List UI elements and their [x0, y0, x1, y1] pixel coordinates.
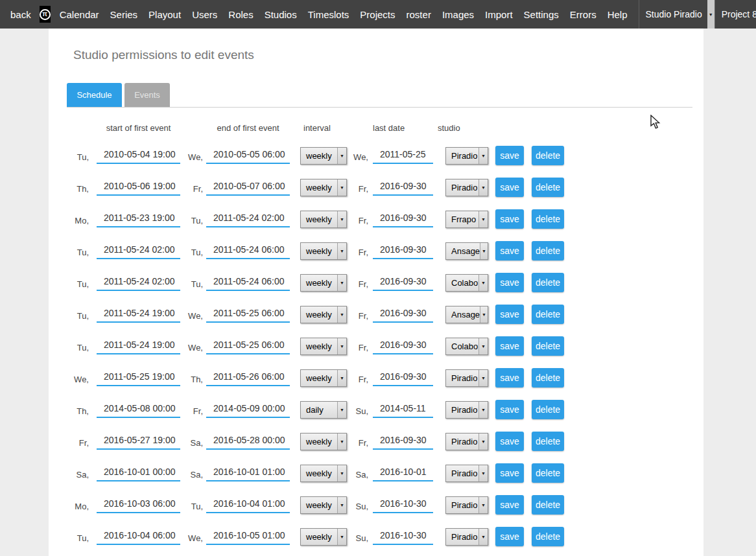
end-datetime-input[interactable]	[206, 147, 290, 164]
save-button[interactable]: save	[495, 209, 524, 229]
interval-select[interactable]: weekly ▼	[300, 242, 347, 260]
delete-button[interactable]: delete	[532, 305, 564, 324]
end-datetime-input[interactable]	[206, 433, 290, 450]
nav-item-images[interactable]: Images	[442, 9, 474, 20]
nav-item-roles[interactable]: Roles	[228, 9, 253, 20]
interval-select[interactable]: weekly ▼	[300, 274, 347, 292]
start-datetime-input[interactable]	[97, 306, 180, 323]
save-button[interactable]: save	[495, 146, 524, 165]
nav-item-help[interactable]: Help	[608, 9, 628, 20]
nav-back-link[interactable]: back	[10, 9, 31, 20]
end-datetime-input[interactable]	[206, 465, 290, 481]
last-date-input[interactable]	[373, 338, 433, 354]
start-datetime-input[interactable]	[97, 338, 180, 354]
save-button[interactable]: save	[495, 495, 524, 515]
delete-button[interactable]: delete	[532, 209, 564, 229]
nav-item-users[interactable]: Users	[192, 9, 217, 20]
studio-select[interactable]: Frrapo ▼	[445, 211, 488, 228]
nav-item-playout[interactable]: Playout	[148, 9, 181, 20]
last-date-input[interactable]	[373, 242, 433, 259]
delete-button[interactable]: delete	[532, 495, 564, 515]
studio-select[interactable]: Piradio ▼	[445, 401, 488, 419]
studio-select[interactable]: Piradio ▼	[445, 179, 488, 196]
end-datetime-input[interactable]	[206, 211, 290, 227]
save-button[interactable]: save	[495, 178, 524, 197]
end-datetime-input[interactable]	[206, 338, 290, 354]
tab-events[interactable]: Events	[124, 83, 170, 107]
start-datetime-input[interactable]	[97, 147, 180, 164]
delete-button[interactable]: delete	[532, 527, 564, 546]
last-date-input[interactable]	[373, 147, 433, 164]
start-datetime-input[interactable]	[97, 369, 180, 386]
studio-select[interactable]: Ansage ▼	[445, 242, 488, 260]
interval-select[interactable]: weekly ▼	[300, 306, 347, 323]
interval-select[interactable]: weekly ▼	[300, 528, 347, 546]
last-date-input[interactable]	[373, 211, 433, 227]
nav-item-errors[interactable]: Errors	[570, 9, 597, 20]
project-switcher-select[interactable]: Project 88vier ▼	[715, 0, 756, 29]
save-button[interactable]: save	[495, 241, 524, 261]
start-datetime-input[interactable]	[97, 242, 180, 259]
interval-select[interactable]: weekly ▼	[300, 211, 347, 228]
start-datetime-input[interactable]	[97, 496, 180, 513]
delete-button[interactable]: delete	[532, 336, 564, 356]
save-button[interactable]: save	[495, 368, 524, 388]
save-button[interactable]: save	[495, 463, 524, 483]
start-datetime-input[interactable]	[97, 433, 180, 450]
studio-select[interactable]: Piradio ▼	[445, 369, 488, 387]
nav-item-settings[interactable]: Settings	[524, 9, 559, 20]
end-datetime-input[interactable]	[206, 496, 290, 513]
studio-select[interactable]: Ansage ▼	[445, 306, 488, 323]
end-datetime-input[interactable]	[206, 369, 290, 386]
interval-select[interactable]: weekly ▼	[300, 369, 347, 387]
delete-button[interactable]: delete	[532, 400, 564, 419]
last-date-input[interactable]	[373, 306, 433, 323]
studio-switcher-arrow[interactable]: ▼	[707, 0, 715, 29]
studio-select[interactable]: Colabo ▼	[445, 338, 488, 355]
save-button[interactable]: save	[495, 432, 524, 451]
end-datetime-input[interactable]	[206, 401, 290, 418]
save-button[interactable]: save	[495, 400, 524, 419]
nav-item-studios[interactable]: Studios	[265, 9, 297, 20]
interval-select[interactable]: weekly ▼	[300, 496, 347, 514]
studio-switcher-select[interactable]: Studio Piradio ▼	[639, 0, 715, 29]
delete-button[interactable]: delete	[532, 463, 564, 483]
last-date-input[interactable]	[373, 369, 433, 386]
studio-select[interactable]: Piradio ▼	[445, 528, 488, 546]
last-date-input[interactable]	[373, 179, 433, 196]
save-button[interactable]: save	[495, 336, 524, 356]
delete-button[interactable]: delete	[532, 368, 564, 388]
end-datetime-input[interactable]	[206, 274, 290, 291]
last-date-input[interactable]	[373, 274, 433, 291]
delete-button[interactable]: delete	[532, 432, 564, 451]
nav-item-series[interactable]: Series	[110, 9, 138, 20]
interval-select[interactable]: weekly ▼	[300, 465, 347, 482]
studio-select[interactable]: Piradio ▼	[445, 465, 488, 482]
start-datetime-input[interactable]	[97, 528, 180, 545]
last-date-input[interactable]	[373, 528, 433, 545]
studio-select[interactable]: Piradio ▼	[445, 496, 488, 514]
start-datetime-input[interactable]	[97, 179, 180, 196]
interval-select[interactable]: weekly ▼	[300, 338, 347, 355]
studio-select[interactable]: Colabo ▼	[445, 274, 488, 292]
save-button[interactable]: save	[495, 305, 524, 324]
interval-select[interactable]: weekly ▼	[300, 433, 347, 450]
interval-select[interactable]: weekly ▼	[300, 147, 347, 165]
nav-item-timeslots[interactable]: Timeslots	[308, 9, 349, 20]
nav-item-calendar[interactable]: Calendar	[60, 9, 99, 20]
last-date-input[interactable]	[373, 496, 433, 513]
delete-button[interactable]: delete	[532, 146, 564, 165]
last-date-input[interactable]	[373, 401, 433, 418]
delete-button[interactable]: delete	[532, 241, 564, 261]
start-datetime-input[interactable]	[97, 401, 180, 418]
last-date-input[interactable]	[373, 465, 433, 481]
interval-select[interactable]: daily ▼	[300, 401, 347, 419]
nav-item-roster[interactable]: roster	[407, 9, 431, 20]
studio-select[interactable]: Piradio ▼	[445, 147, 488, 165]
end-datetime-input[interactable]	[206, 306, 290, 323]
end-datetime-input[interactable]	[206, 528, 290, 545]
tab-schedule[interactable]: Schedule	[67, 83, 122, 107]
start-datetime-input[interactable]	[97, 465, 180, 481]
save-button[interactable]: save	[495, 273, 524, 292]
end-datetime-input[interactable]	[206, 242, 290, 259]
